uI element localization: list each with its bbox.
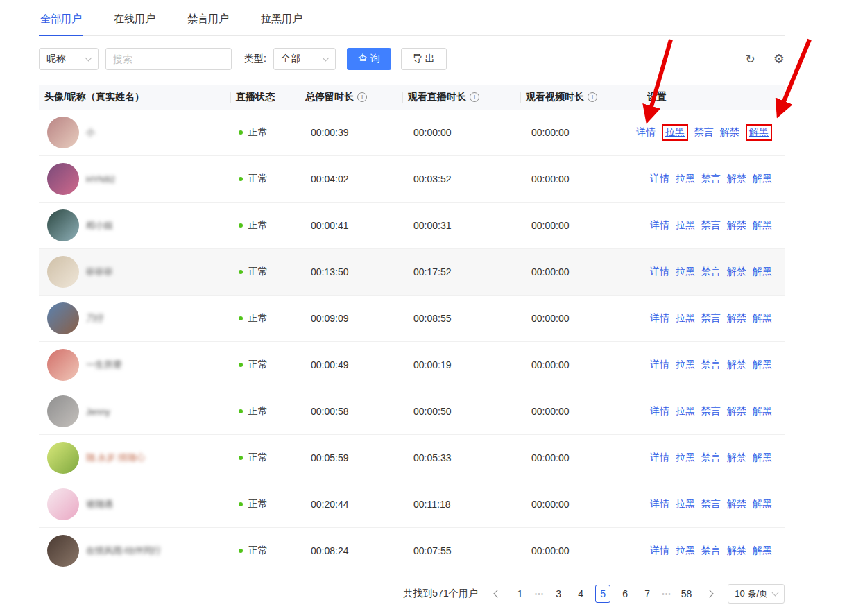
next-page-button[interactable] bbox=[701, 585, 718, 603]
action-unmute[interactable]: 解禁 bbox=[727, 312, 746, 325]
table-row: 小 正常 00:00:39 00:00:00 00:00:00 详情拉黑禁言解禁… bbox=[39, 110, 785, 156]
page-button-1[interactable]: 1 bbox=[513, 585, 528, 603]
avatar bbox=[47, 395, 79, 427]
action-unblock[interactable]: 解黑 bbox=[753, 498, 772, 511]
action-unmute[interactable]: 解禁 bbox=[727, 452, 746, 464]
page-button-58[interactable]: 58 bbox=[678, 585, 695, 603]
action-unmute[interactable]: 解禁 bbox=[727, 405, 746, 418]
page-button-7[interactable]: 7 bbox=[640, 585, 655, 603]
action-detail[interactable]: 详情 bbox=[650, 545, 669, 557]
refresh-icon[interactable]: ↻ bbox=[746, 53, 755, 65]
table-row: 菲菲菲 正常 00:13:50 00:17:52 00:00:00 详情拉黑禁言… bbox=[39, 249, 785, 296]
row-actions: 详情拉黑禁言解禁解黑 bbox=[642, 312, 785, 325]
action-detail[interactable]: 详情 bbox=[650, 452, 669, 464]
action-block[interactable]: 拉黑 bbox=[676, 405, 695, 418]
action-mute[interactable]: 禁言 bbox=[694, 126, 714, 139]
info-icon[interactable]: i bbox=[470, 92, 479, 102]
tab-muted-users[interactable]: 禁言用户 bbox=[186, 4, 230, 35]
action-unblock[interactable]: 解黑 bbox=[753, 545, 772, 557]
action-detail[interactable]: 详情 bbox=[650, 359, 669, 371]
user-nickname: 一生所爱 bbox=[86, 359, 122, 371]
action-block[interactable]: 拉黑 bbox=[676, 545, 695, 557]
action-mute[interactable]: 禁言 bbox=[701, 545, 721, 557]
action-mute[interactable]: 禁言 bbox=[701, 452, 721, 464]
settings-gear-icon[interactable]: ⚙ bbox=[773, 53, 785, 65]
action-block[interactable]: 拉黑 bbox=[676, 266, 695, 278]
action-unblock[interactable]: 解黑 bbox=[753, 405, 772, 418]
row-actions: 详情拉黑禁言解禁解黑 bbox=[642, 405, 785, 418]
action-unmute[interactable]: 解禁 bbox=[727, 359, 746, 371]
info-icon[interactable]: i bbox=[588, 92, 597, 102]
column-title: 观看视频时长 bbox=[526, 91, 584, 103]
action-mute[interactable]: 禁言 bbox=[701, 219, 721, 232]
action-mute[interactable]: 禁言 bbox=[701, 312, 721, 325]
action-unmute[interactable]: 解禁 bbox=[727, 266, 746, 278]
column-header-user: 头像/昵称（真实姓名） bbox=[39, 85, 230, 110]
status-text: 正常 bbox=[248, 219, 268, 232]
field-select-value: 昵称 bbox=[46, 53, 66, 65]
action-mute[interactable]: 禁言 bbox=[701, 266, 721, 278]
live-status-cell: 正常 bbox=[230, 266, 300, 278]
row-actions: 详情拉黑禁言解禁解黑 bbox=[642, 173, 785, 185]
search-input[interactable] bbox=[105, 48, 232, 70]
page-size-select[interactable]: 10 条/页 bbox=[728, 584, 785, 604]
action-block[interactable]: 拉黑 bbox=[676, 219, 695, 232]
tab-blocked-users[interactable]: 拉黑用户 bbox=[259, 4, 304, 35]
action-unblock[interactable]: 解黑 bbox=[753, 359, 772, 371]
action-block[interactable]: 拉黑 bbox=[676, 359, 695, 371]
live-watch-duration: 00:00:00 bbox=[402, 127, 520, 138]
action-block[interactable]: 拉黑 bbox=[676, 173, 695, 185]
tab-online-users[interactable]: 在线用户 bbox=[112, 4, 157, 35]
action-detail[interactable]: 详情 bbox=[650, 173, 669, 185]
page-list: 1•••34567•••58 bbox=[513, 585, 695, 603]
action-unblock[interactable]: 解黑 bbox=[753, 219, 772, 232]
video-watch-duration: 00:00:00 bbox=[520, 545, 642, 556]
type-select[interactable]: 全部 bbox=[273, 48, 336, 70]
action-block[interactable]: 拉黑 bbox=[676, 452, 695, 464]
chevron-down-icon bbox=[85, 54, 92, 61]
action-detail[interactable]: 详情 bbox=[650, 219, 669, 232]
query-button[interactable]: 查 询 bbox=[347, 48, 391, 70]
action-mute[interactable]: 禁言 bbox=[701, 405, 721, 418]
user-nickname: Jenny bbox=[86, 407, 110, 417]
tab-all-users[interactable]: 全部用户 bbox=[39, 4, 83, 36]
page-button-5[interactable]: 5 bbox=[595, 585, 610, 603]
action-unmute[interactable]: 解禁 bbox=[727, 173, 746, 185]
field-select[interactable]: 昵称 bbox=[39, 48, 99, 70]
action-unblock[interactable]: 解黑 bbox=[753, 312, 772, 325]
chevron-down-icon bbox=[322, 54, 329, 61]
video-watch-duration: 00:00:00 bbox=[520, 266, 642, 277]
user-cell: Jenny bbox=[39, 395, 230, 427]
info-icon[interactable]: i bbox=[357, 92, 367, 102]
action-detail[interactable]: 详情 bbox=[650, 312, 669, 325]
action-detail[interactable]: 详情 bbox=[650, 498, 669, 511]
action-detail[interactable]: 详情 bbox=[650, 405, 669, 418]
action-unblock[interactable]: 解黑 bbox=[753, 452, 772, 464]
action-mute[interactable]: 禁言 bbox=[701, 173, 721, 185]
action-unmute[interactable]: 解禁 bbox=[720, 126, 739, 139]
live-status-cell: 正常 bbox=[230, 312, 300, 325]
export-button[interactable]: 导 出 bbox=[401, 48, 447, 70]
action-unblock[interactable]: 解黑 bbox=[753, 173, 772, 185]
page-button-6[interactable]: 6 bbox=[617, 585, 633, 603]
action-mute[interactable]: 禁言 bbox=[701, 498, 721, 511]
page-button-3[interactable]: 3 bbox=[551, 585, 566, 603]
action-unblock[interactable]: 解黑 bbox=[753, 266, 772, 278]
live-watch-duration: 00:08:55 bbox=[402, 313, 520, 324]
status-text: 正常 bbox=[248, 545, 268, 557]
action-mute[interactable]: 禁言 bbox=[701, 359, 721, 371]
action-unmute[interactable]: 解禁 bbox=[727, 545, 746, 557]
prev-page-button[interactable] bbox=[489, 585, 506, 603]
action-block[interactable]: 拉黑 bbox=[676, 312, 695, 325]
action-block[interactable]: 拉黑 bbox=[662, 124, 688, 141]
live-status-cell: 正常 bbox=[230, 219, 300, 232]
user-nickname: 刀仔 bbox=[86, 312, 104, 325]
action-detail[interactable]: 详情 bbox=[650, 266, 669, 278]
page-button-4[interactable]: 4 bbox=[573, 585, 588, 603]
action-unmute[interactable]: 解禁 bbox=[727, 219, 746, 232]
action-unblock[interactable]: 解黑 bbox=[746, 124, 772, 141]
action-unmute[interactable]: 解禁 bbox=[727, 498, 746, 511]
action-block[interactable]: 拉黑 bbox=[676, 498, 695, 511]
action-detail[interactable]: 详情 bbox=[636, 126, 656, 139]
status-dot bbox=[239, 409, 243, 413]
